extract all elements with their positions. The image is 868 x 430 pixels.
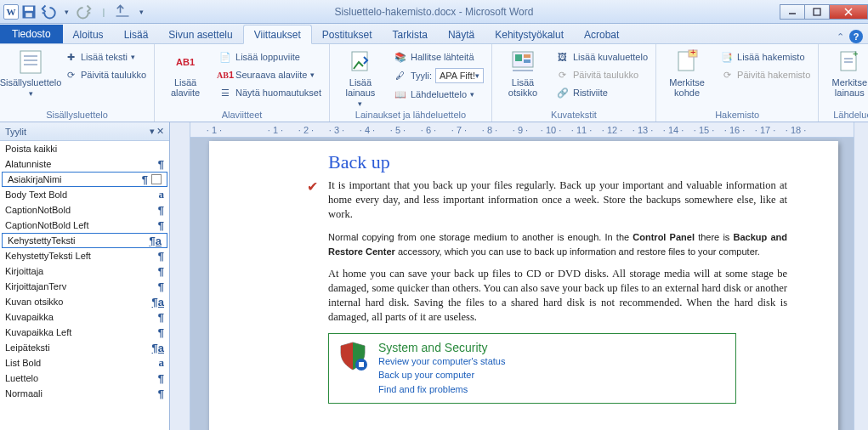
citation-style-combo[interactable]: APA Fift!▾	[435, 68, 484, 83]
pane-menu-icon[interactable]: ▾	[150, 126, 155, 137]
tab-mailings[interactable]: Postitukset	[312, 25, 383, 43]
manage-sources-button[interactable]: 📚Hallitse lähteitä	[391, 49, 486, 65]
bibliography-button[interactable]: 📖Lähdeluettelo ▾	[391, 87, 486, 102]
insert-endnote-button[interactable]: 📄Lisää loppuviite	[216, 49, 324, 65]
style-item[interactable]: Kirjoittaja¶	[0, 263, 169, 279]
style-item[interactable]: Body Text Bolda	[0, 187, 169, 202]
style-item[interactable]: CaptionNotBold Left¶	[0, 218, 169, 233]
style-icon: 🖋	[394, 69, 407, 82]
xref-icon: 🔗	[556, 86, 570, 99]
redo-icon[interactable]	[77, 3, 94, 20]
tab-insert[interactable]: Lisää	[114, 25, 159, 43]
page[interactable]: Back up ✔ It is important that you back …	[209, 141, 838, 430]
group-captions: Lisää otsikko 🖼Lisää kuvaluettelo ⟳Päivi…	[492, 44, 656, 122]
svg-rect-2	[26, 13, 32, 17]
mark-entry-button[interactable]: + Merkitse kohde	[661, 47, 712, 98]
close-button[interactable]	[829, 4, 868, 20]
sources-icon: 📚	[394, 50, 407, 64]
svg-rect-13	[524, 59, 530, 63]
callout-box: System and Security Review your computer…	[328, 333, 736, 405]
undo-icon[interactable]	[39, 3, 56, 20]
app-icon[interactable]: W	[3, 4, 19, 20]
save-icon[interactable]	[20, 3, 37, 20]
tab-file[interactable]: Tiedosto	[0, 25, 63, 43]
group-index: + Merkitse kohde 📑Lisää hakemisto ⟳Päivi…	[656, 44, 819, 122]
mark-citation-button[interactable]: + Merkitse lainaus	[824, 47, 868, 98]
toc-icon	[17, 48, 44, 76]
svg-rect-5	[20, 51, 41, 73]
pane-close-icon[interactable]: ✕	[156, 126, 164, 137]
qat-sep: |	[95, 3, 112, 20]
group-citations: Lisää lainaus▾ 📚Hallitse lähteitä 🖋Tyyli…	[330, 44, 492, 122]
style-item[interactable]: Poista kaikki	[0, 141, 169, 156]
style-item[interactable]: Leipäteksti¶a	[0, 340, 169, 355]
update-index-button: ⟳Päivitä hakemisto	[718, 67, 813, 82]
maximize-button[interactable]	[804, 4, 830, 20]
tab-home[interactable]: Aloitus	[63, 25, 114, 43]
style-item[interactable]: AsiakirjaNimi¶	[2, 172, 167, 187]
svg-rect-11	[515, 54, 522, 61]
tab-references[interactable]: Viittaukset	[243, 25, 312, 44]
callout-title: System and Security	[378, 341, 727, 354]
update-toc-button[interactable]: ⟳Päivitä taulukko	[61, 67, 149, 82]
group-label: Sisällysluettelo	[5, 109, 149, 121]
style-item[interactable]: Kuvapaikka Left¶	[0, 325, 169, 340]
scrollbar[interactable]	[854, 122, 868, 430]
tab-acrobat[interactable]: Acrobat	[574, 25, 629, 43]
insert-figtable-button[interactable]: 🖼Lisää kuvaluettelo	[553, 49, 650, 65]
horizontal-ruler[interactable]: · 1 ·· 1 ·· 2 ·· 3 ·· 4 ·· 5 ·· 6 ·· 7 ·…	[190, 122, 868, 138]
tab-pagelayout[interactable]: Sivun asettelu	[158, 25, 242, 43]
help-icon[interactable]: ?	[849, 30, 863, 43]
tab-review[interactable]: Tarkista	[383, 25, 438, 43]
ribbon-min-icon[interactable]: ⌃	[837, 31, 844, 42]
window-title: Sisluettelo-hakemisto.docx - Microsoft W…	[335, 6, 534, 18]
toc-button[interactable]: Sisällysluettelo▾	[5, 47, 56, 98]
style-item[interactable]: CaptionNotBold¶	[0, 202, 169, 218]
paragraph: It is important that you back up your fi…	[328, 178, 787, 222]
undo-dropdown-icon[interactable]: ▾	[58, 3, 75, 20]
quickprint-icon[interactable]	[114, 3, 131, 20]
style-item[interactable]: KirjoittajanTerv¶	[0, 279, 169, 294]
citation-icon	[347, 48, 374, 76]
style-item[interactable]: Kuvapaikka¶	[0, 309, 169, 325]
group-footnotes: AB1 Lisää alaviite 📄Lisää loppuviite AB1…	[155, 44, 330, 122]
add-text-button[interactable]: ✚Lisää teksti ▾	[61, 49, 149, 65]
tab-developer[interactable]: Kehitystyökalut	[485, 25, 574, 43]
callout-link[interactable]: Review your computer's status	[378, 354, 727, 369]
insert-caption-button[interactable]: Lisää otsikko	[497, 47, 548, 98]
doc-heading: Back up	[328, 151, 787, 173]
svg-rect-12	[524, 54, 530, 58]
insert-citation-button[interactable]: Lisää lainaus▾	[335, 47, 386, 108]
quick-access-toolbar: W ▾ | ▾	[0, 3, 150, 20]
style-item[interactable]: Normaali¶	[0, 386, 169, 401]
insert-footnote-button[interactable]: AB1 Lisää alaviite	[160, 47, 211, 98]
style-list[interactable]: Poista kaikkiAlatunniste¶AsiakirjaNimi¶B…	[0, 141, 169, 430]
svg-rect-1	[25, 6, 33, 10]
svg-text:+: +	[690, 48, 695, 57]
style-item[interactable]: KehystettyTeksti Left¶	[0, 248, 169, 263]
group-label: Lähdeluettelo	[824, 109, 868, 121]
style-item[interactable]: Luettelo¶	[0, 371, 169, 386]
style-item[interactable]: List Bolda	[0, 355, 169, 371]
callout-link[interactable]: Find and fix problems	[378, 382, 727, 397]
show-notes-button[interactable]: ☰Näytä huomautukset	[216, 85, 324, 100]
tab-view[interactable]: Näytä	[438, 25, 485, 43]
style-item[interactable]: Alatunniste¶	[0, 156, 169, 172]
minimize-button[interactable]	[780, 4, 805, 20]
paragraph: At home you can save your back up files …	[328, 267, 787, 325]
ribbon-tabs: Tiedosto Aloitus Lisää Sivun asettelu Vi…	[0, 24, 868, 44]
style-item[interactable]: Kuvan otsikko¶a	[0, 294, 169, 309]
window-controls	[780, 4, 868, 20]
qat-customize-icon[interactable]: ▾	[133, 3, 150, 20]
refresh-icon: ⟳	[556, 68, 570, 82]
insert-index-button[interactable]: 📑Lisää hakemisto	[718, 49, 813, 65]
document-area[interactable]: · 1 ·· 1 ·· 2 ·· 3 ·· 4 ·· 5 ·· 6 ·· 7 ·…	[190, 122, 868, 430]
notes-icon: ☰	[218, 86, 232, 99]
style-item[interactable]: KehystettyTeksti¶a	[2, 233, 167, 248]
group-toc: Sisällysluettelo▾ ✚Lisää teksti ▾ ⟳Päivi…	[0, 44, 155, 122]
vertical-ruler	[170, 122, 190, 430]
crossref-button[interactable]: 🔗Ristiviite	[553, 85, 650, 100]
index-icon: 📑	[720, 50, 734, 64]
next-footnote-button[interactable]: AB1Seuraava alaviite ▾	[216, 67, 324, 82]
callout-link[interactable]: Back up your computer	[378, 368, 727, 382]
